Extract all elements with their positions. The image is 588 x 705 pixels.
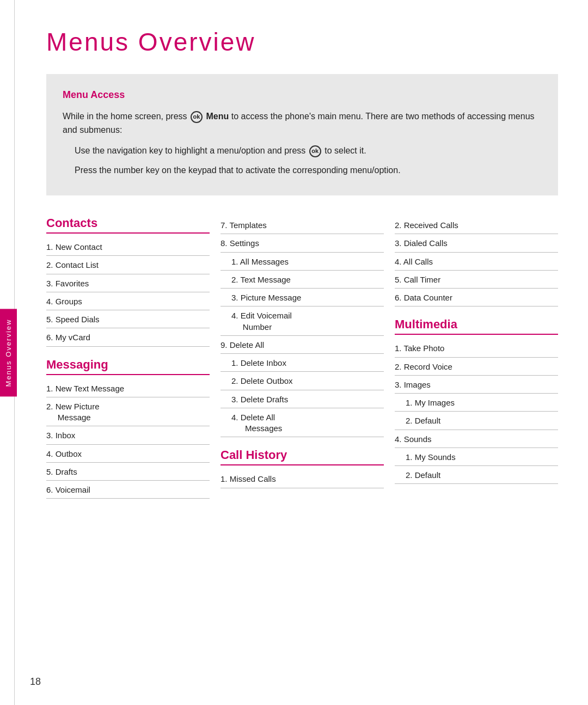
list-item: 1. Missed Calls — [220, 470, 384, 488]
multimedia-heading: Multimedia — [395, 317, 558, 335]
list-item: 5. Speed Dials — [46, 310, 210, 328]
list-item: 3. Dialed Calls — [395, 234, 558, 252]
list-item: 6. My vCard — [46, 328, 210, 346]
sidebar-tab: Menus Overview — [0, 309, 17, 396]
list-item: 2. Default — [395, 466, 558, 484]
messaging-heading: Messaging — [46, 358, 210, 375]
list-item: 1. My Sounds — [395, 448, 558, 466]
list-item: 1. New Contact — [46, 238, 210, 256]
menu-columns: Contacts 1. New Contact 2. Contact List … — [46, 216, 558, 499]
list-item: 6. Data Counter — [395, 289, 558, 306]
callhistory-heading: Call History — [220, 448, 384, 465]
info-box: Menu Access While in the home screen, pr… — [46, 74, 558, 195]
list-item: 2. Delete Outbox — [220, 372, 384, 390]
page-number: 18 — [30, 676, 41, 688]
col-contacts-messaging: Contacts 1. New Contact 2. Contact List … — [46, 216, 220, 499]
list-item: 2. Text Message — [220, 271, 384, 289]
list-item: 2. New Picture Message — [46, 397, 210, 427]
list-item: 4. Outbox — [46, 445, 210, 463]
list-item: 1. My Images — [395, 394, 558, 412]
list-item: 1. Delete Inbox — [220, 354, 384, 372]
list-item: 4. All Calls — [395, 253, 558, 271]
ok-icon-1: ok — [191, 111, 203, 123]
list-item: 6. Voicemail — [46, 481, 210, 499]
list-item: 5. Call Timer — [395, 271, 558, 289]
list-item: 3. Favorites — [46, 274, 210, 292]
list-item: 4. Groups — [46, 292, 210, 310]
list-item: 7. Templates — [220, 216, 384, 234]
list-item: 4. Sounds — [395, 430, 558, 448]
list-item: 3. Inbox — [46, 426, 210, 444]
list-item: 8. Settings — [220, 234, 384, 252]
list-item: 2. Received Calls — [395, 216, 558, 234]
contacts-heading: Contacts — [46, 216, 210, 234]
list-item: 4. Delete All Messages — [220, 408, 384, 438]
list-item: 2. Default — [395, 412, 558, 430]
ok-icon-2: ok — [309, 145, 321, 157]
page-title: Menus Overview — [46, 27, 558, 57]
col-messages-callhistory: 7. Templates 8. Settings 1. All Messages… — [220, 216, 395, 488]
list-item: 4. Edit Voicemail Number — [220, 306, 384, 336]
list-item: 3. Images — [395, 376, 558, 394]
info-indent-1: Use the navigation key to highlight a me… — [75, 144, 542, 158]
list-item: 3. Picture Message — [220, 289, 384, 306]
list-item: 3. Delete Drafts — [220, 390, 384, 408]
list-item: 5. Drafts — [46, 463, 210, 481]
list-item: 9. Delete All — [220, 336, 384, 354]
list-item: 2. Record Voice — [395, 358, 558, 376]
list-item: 1. New Text Message — [46, 379, 210, 397]
list-item: 1. All Messages — [220, 253, 384, 271]
info-para-1: While in the home screen, press ok Menu … — [63, 109, 542, 137]
list-item: 1. Take Photo — [395, 339, 558, 357]
list-item: 2. Contact List — [46, 256, 210, 274]
info-box-heading: Menu Access — [63, 87, 542, 103]
col-callhistory-multimedia: 2. Received Calls 3. Dialed Calls 4. All… — [395, 216, 558, 484]
info-indent-2: Press the number key on the keypad that … — [75, 163, 542, 177]
